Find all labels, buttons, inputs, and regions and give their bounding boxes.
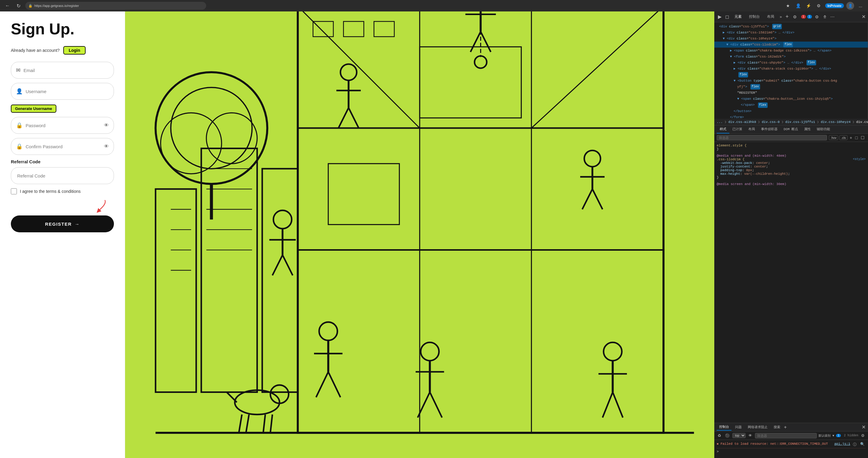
inprivate-badge: InPrivate <box>825 3 844 8</box>
password-field-group: 🔒 👁 <box>11 117 114 134</box>
css-source-link[interactable]: <style> <box>853 158 866 161</box>
devtools-dock-button[interactable]: ⤊ <box>822 14 828 20</box>
dom-line[interactable]: ▼ <span class="chakra-button__icon css-1… <box>714 96 868 102</box>
info-count-badge: 1 <box>807 15 812 19</box>
breadcrumb-item[interactable]: div.css-0 <box>762 120 779 124</box>
confirm-password-field-group: 🔒 👁 <box>11 138 114 155</box>
device-emulation-button[interactable]: ◻ <box>724 13 730 20</box>
new-style-rule-button[interactable]: □ <box>855 135 859 140</box>
elements-tab[interactable]: 元素 <box>732 13 745 21</box>
terms-checkbox[interactable] <box>11 188 17 194</box>
password-input-wrapper: 🔒 👁 <box>11 117 114 134</box>
console-toolbar: 控制台 问题 网络请求阻止 搜索 + ✕ <box>714 423 868 431</box>
referral-section-label: Referral Code <box>11 159 114 164</box>
address-bar[interactable]: 🔒 https://app.getgrass.io/register <box>25 2 206 10</box>
search-tab[interactable]: 搜索 <box>771 424 783 430</box>
dom-line-selected[interactable]: ▼ <div class="css-1lodc1m"> flex <box>714 41 868 47</box>
more-button[interactable]: ... <box>857 2 864 10</box>
dom-line[interactable]: ▶ <div class="css-uhpy6o"> … </div> flex <box>714 60 868 66</box>
settings-button[interactable]: ⚙ <box>791 14 799 20</box>
toggle-style-button[interactable]: ☐ <box>860 135 866 140</box>
console-main-tab[interactable]: 控制台 <box>746 13 763 21</box>
console-level-select[interactable]: top <box>733 433 746 438</box>
reload-button[interactable]: ↻ <box>14 2 22 10</box>
more-tabs-button[interactable]: » <box>778 14 783 20</box>
tab-styles[interactable]: 样式 <box>717 125 730 133</box>
error-info-button[interactable]: ⓘ <box>852 442 858 447</box>
breadcrumb-item[interactable]: div.css-10heyz4 <box>821 120 850 124</box>
login-button[interactable]: Login <box>63 46 86 55</box>
dom-line[interactable]: yfj"> flex <box>714 84 868 90</box>
signup-panel: Sign Up. Already have an account? Login … <box>0 11 125 458</box>
tab-computed[interactable]: 已计算 <box>730 125 745 133</box>
devtools-settings-gear[interactable]: ⚙ <box>813 14 821 20</box>
layout-tab[interactable]: 布局 <box>764 13 777 21</box>
password-toggle-button[interactable]: 👁 <box>104 123 109 128</box>
dom-line[interactable]: ▶ <span class="chakra-badge css-1dkzoss"… <box>714 47 868 54</box>
console-input[interactable] <box>721 450 866 454</box>
hover-pseudo-button[interactable]: :hov <box>829 135 838 140</box>
tab-dom-breakpoints[interactable]: DOM 断点 <box>781 125 801 133</box>
tab-properties[interactable]: 属性 <box>801 125 814 133</box>
dom-line[interactable]: ▼ <button type="submit" class="chakra-bu… <box>714 78 868 84</box>
dom-line[interactable]: </form> <box>714 114 868 119</box>
dom-line[interactable]: flex <box>714 72 868 78</box>
dom-line[interactable]: <div class="css-1j5ffu1"> grid <box>714 24 868 30</box>
email-input[interactable] <box>24 68 109 73</box>
error-message: Failed to load resource: net::ERR_CONNEC… <box>721 442 828 446</box>
add-tab-button[interactable]: + <box>784 13 790 21</box>
inspect-element-button[interactable]: ▶ <box>717 13 723 20</box>
dom-line[interactable]: "REGISTER" <box>714 90 868 96</box>
dom-line[interactable]: ▶ <div class="css-1582im6"> … </div> <box>714 30 868 36</box>
breadcrumb-item-active[interactable]: div.css-1lodc1m <box>856 120 868 124</box>
referral-input[interactable] <box>16 173 109 178</box>
close-console-button[interactable]: ✕ <box>862 424 866 430</box>
error-link[interactable]: api.js:1 <box>834 442 850 446</box>
devtools-close-button[interactable]: ✕ <box>862 14 866 20</box>
cls-pseudo-button[interactable]: .cls <box>839 135 847 140</box>
breadcrumb-item[interactable]: div.css-ai3hk8 <box>728 120 756 124</box>
console-tab[interactable]: 控制台 <box>717 424 732 431</box>
register-button[interactable]: REGISTER → <box>11 216 114 232</box>
settings-icon[interactable]: ⚙ <box>815 2 823 10</box>
username-input[interactable] <box>26 89 109 94</box>
lock-icon: 🔒 <box>28 4 33 8</box>
profile-avatar: 👤 <box>846 2 854 10</box>
confirm-password-input[interactable] <box>26 144 101 149</box>
console-settings-button[interactable]: ⚙ <box>860 433 866 438</box>
back-button[interactable]: ← <box>4 2 11 10</box>
tab-layout[interactable]: 布局 <box>745 125 758 133</box>
error-search-button[interactable]: 🔍 <box>859 442 866 446</box>
browser-chrome: ← ↻ 🔒 https://app.getgrass.io/register ★… <box>0 0 868 11</box>
lock-field-icon: 🔒 <box>16 122 23 129</box>
console-clear-button[interactable]: ♻ <box>717 433 722 438</box>
dom-line[interactable]: </button> <box>714 108 868 114</box>
devtools-more-button[interactable]: ⋯ <box>829 14 836 20</box>
extensions-icon[interactable]: ⚡ <box>805 2 812 10</box>
css-rule-element: element.style { } <box>717 144 866 151</box>
password-input[interactable] <box>26 123 101 128</box>
tab-event-listeners[interactable]: 事件侦听器 <box>758 125 781 133</box>
prompt-char: > <box>717 450 719 454</box>
breadcrumb-item[interactable]: ... <box>717 120 723 124</box>
favorites-icon[interactable]: ★ <box>784 2 792 10</box>
dom-line[interactable]: ▼ <div class="css-10heyz4"> <box>714 36 868 41</box>
console-eye-button[interactable]: 👁 <box>747 433 753 438</box>
console-ban-button[interactable]: ⚫ <box>724 433 731 438</box>
issues-tab[interactable]: 问题 <box>733 424 744 430</box>
styles-filter-input[interactable] <box>717 135 827 140</box>
confirm-password-toggle-button[interactable]: 👁 <box>104 144 109 149</box>
email-field-group: ✉ <box>11 62 114 79</box>
dom-line[interactable]: ▶ <div class="chakra-stack css-1gi96or">… <box>714 66 868 72</box>
profile-icon[interactable]: 👤 <box>795 2 802 10</box>
console-filter-input[interactable] <box>755 433 817 438</box>
add-console-tab-button[interactable]: + <box>784 425 786 430</box>
tab-accessibility[interactable]: 辅助功能 <box>814 125 833 133</box>
generate-username-button[interactable]: Generate Username <box>11 104 56 113</box>
add-style-rule-button[interactable]: + <box>849 135 853 140</box>
main-content: Sign Up. Already have an account? Login … <box>0 11 868 458</box>
network-block-tab[interactable]: 网络请求阻止 <box>745 424 770 430</box>
breadcrumb-item[interactable]: div.css-1j5ffu1 <box>785 120 815 124</box>
dom-line[interactable]: </span> flex <box>714 102 868 108</box>
dom-line[interactable]: ▼ <form class="css-162adzk"> <box>714 54 868 60</box>
